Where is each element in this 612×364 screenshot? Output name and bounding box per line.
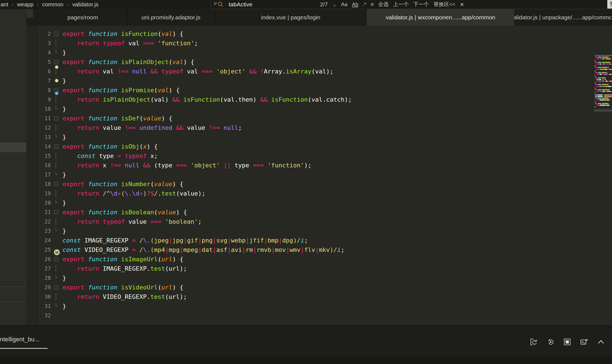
fold-marker-icon[interactable]: -: [53, 116, 62, 120]
code-text: const IMAGE_REGEXP = /\.(jpeg|jpg|gif|pn…: [62, 237, 308, 244]
line-number: 29: [26, 284, 53, 290]
minimap-line: [595, 96, 612, 97]
code-line[interactable]: 31└}: [26, 301, 612, 311]
find-widget: tabActive 2/7 ⌄ Aa Ab .* ≡ 全选 上一个 下一个 替换…: [211, 0, 612, 9]
regex-toggle[interactable]: .*: [363, 1, 366, 7]
code-line[interactable]: 24const IMAGE_REGEXP = /\.(jpeg|jpg|gif|…: [26, 236, 612, 245]
code-line[interactable]: 5-export function isPlainObject(val) {: [26, 57, 612, 67]
code-line[interactable]: 29-export function isVideoUrl(url) {: [26, 283, 612, 292]
fold-marker-icon[interactable]: -: [53, 210, 62, 214]
line-number: 3: [26, 40, 53, 46]
code-line[interactable]: 28└}: [26, 273, 612, 283]
bookmark-khaki-dot[interactable]: [55, 65, 58, 69]
code-line[interactable]: 11-export function isDef(value) {: [26, 114, 612, 123]
code-editor[interactable]: 2-export function isFunction(val) {3│ re…: [26, 26, 612, 325]
new-terminal-icon[interactable]: [580, 338, 588, 346]
breadcrumb-item[interactable]: weapp: [17, 1, 33, 8]
fold-marker-icon[interactable]: -: [53, 144, 62, 149]
previous-match-button[interactable]: 上一个: [393, 1, 409, 8]
editor-tab[interactable]: pages/room: [39, 9, 127, 26]
code-line[interactable]: 2-export function isFunction(val) {: [26, 29, 612, 38]
code-line[interactable]: 13└}: [26, 132, 612, 142]
line-number: 13: [26, 134, 53, 140]
fold-marker-icon[interactable]: -: [53, 257, 62, 261]
fold-guide: │: [53, 162, 62, 168]
fold-guide: └: [53, 105, 62, 112]
console-tab-active-underline: [0, 348, 48, 349]
code-line[interactable]: 15│ const type = typeof x;: [26, 151, 612, 160]
code-line[interactable]: 22│ return typeof value === 'boolean';: [26, 217, 612, 226]
minimap-end-bar: [594, 109, 612, 112]
search-history-chevron-icon[interactable]: ⌄: [332, 1, 337, 8]
code-line[interactable]: 7└}: [26, 76, 612, 85]
breadcrumb-item[interactable]: common: [42, 1, 64, 8]
minimap-line: [595, 67, 609, 68]
minimap-line: [595, 84, 609, 85]
editor-tab[interactable]: validator.js | wxcomponen......app/commo…: [367, 9, 514, 26]
fold-marker-icon[interactable]: -: [53, 88, 62, 92]
line-number: 8: [26, 87, 53, 93]
clear-reload-console-icon[interactable]: [529, 338, 538, 346]
code-line[interactable]: 6│ return val !== null && typeof val ===…: [26, 67, 612, 76]
editor-tab-active[interactable]: validator.js | unpackage/......app/commo…: [514, 9, 612, 26]
code-line[interactable]: 26-export function isImageUrl(url) {: [26, 254, 612, 264]
code-line[interactable]: 21-export function isBoolean(value) {: [26, 207, 612, 217]
breadcrumb-item[interactable]: validator.js: [72, 1, 98, 8]
code-line[interactable]: 17└}: [26, 170, 612, 179]
code-line[interactable]: 19│ return /^\d+(\.\d+)?$/.test(value);: [26, 189, 612, 198]
line-number: 21: [26, 209, 53, 215]
modified-badge[interactable]: M: [54, 249, 60, 255]
code-line[interactable]: 14-export function isObj(x) {: [26, 142, 612, 151]
code-line[interactable]: 4└}: [26, 48, 612, 57]
line-number: 31: [26, 303, 53, 309]
select-all-button[interactable]: 全选: [378, 1, 389, 8]
minimap-line: [595, 91, 611, 92]
bookmark-khaki-dot[interactable]: [55, 79, 58, 82]
fold-marker-icon[interactable]: -: [53, 285, 62, 289]
minimap-line: [595, 106, 595, 107]
minimap-line: [595, 82, 595, 83]
code-line[interactable]: 30│ return VIDEO_REGEXP.test(url);: [26, 292, 612, 301]
editor-tab[interactable]: index.vue | pages/login: [215, 9, 367, 26]
code-line[interactable]: 20└}: [26, 198, 612, 207]
restart-run-icon[interactable]: [546, 338, 555, 346]
code-line[interactable]: 10└}: [26, 104, 612, 114]
fold-marker-icon[interactable]: -: [53, 182, 62, 186]
collapse-panel-chevron-icon[interactable]: [597, 338, 605, 346]
bookmark-blue-dot[interactable]: [55, 92, 58, 95]
minimap-line: [595, 88, 595, 89]
minimap-line: [595, 62, 610, 63]
minimap[interactable]: [595, 55, 612, 113]
preview-button[interactable]: 预览: [607, 0, 612, 9]
code-line[interactable]: 23└}: [26, 226, 612, 236]
code-line[interactable]: 12│ return value !== undefined && value …: [26, 123, 612, 132]
code-line[interactable]: 3│ return typeof val === 'function';: [26, 38, 612, 48]
fold-marker-icon[interactable]: -: [53, 32, 62, 36]
editor-tab[interactable]: uni.promisify.adaptor.js: [127, 9, 215, 26]
match-case-toggle[interactable]: Aa: [341, 1, 347, 7]
code-text: }: [62, 105, 66, 112]
whole-word-toggle[interactable]: Ab: [352, 2, 358, 7]
fold-marker-icon[interactable]: -: [53, 60, 62, 64]
line-number: 6: [26, 68, 53, 74]
breadcrumb-item[interactable]: ant: [1, 1, 8, 8]
close-find-icon[interactable]: ✕: [460, 1, 464, 8]
line-number: 7: [26, 78, 53, 84]
code-text: return x !== null && (type === 'object' …: [62, 162, 312, 169]
console-tab[interactable]: ntelligent_bu...: [0, 336, 40, 343]
replace-area-toggle[interactable]: 替换区<<: [433, 1, 455, 8]
filter-toggle-icon[interactable]: ≡: [371, 1, 374, 7]
code-line[interactable]: 9│ return isPlainObject(val) && isFuncti…: [26, 95, 612, 104]
code-line[interactable]: 27│ return IMAGE_REGEXP.test(url);: [26, 264, 612, 273]
search-input[interactable]: tabActive: [229, 1, 252, 8]
code-text: }: [62, 134, 66, 141]
code-line[interactable]: 16│ return x !== null && (type === 'obje…: [26, 160, 612, 170]
code-line[interactable]: 18-export function isNumber(value) {: [26, 179, 612, 189]
code-line[interactable]: 32: [26, 311, 612, 320]
code-line[interactable]: 25const VIDEO_REGEXP = /\.(mp4|mpg|mpeg|…: [26, 245, 612, 254]
sidebar-selected-row[interactable]: [0, 143, 26, 152]
code-text: }: [62, 199, 66, 206]
code-line[interactable]: 8-export function isPromise(val) {: [26, 85, 612, 95]
stop-icon[interactable]: [563, 338, 571, 346]
next-match-button[interactable]: 下一个: [413, 1, 429, 8]
